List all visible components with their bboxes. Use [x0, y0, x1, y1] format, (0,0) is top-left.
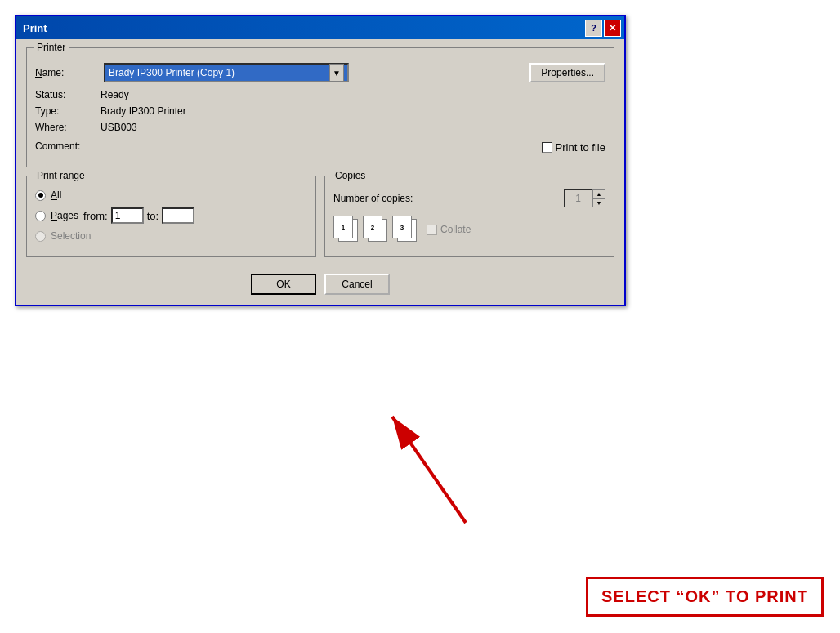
dialog-content: Printer Name: Brady IP300 Printer (Copy …	[16, 39, 624, 305]
collate-stack-1: 1 1	[333, 216, 360, 243]
copies-input[interactable]	[564, 189, 592, 207]
spinner-buttons: ▲ ▼	[592, 189, 605, 207]
close-button[interactable]: ✕	[604, 20, 621, 37]
print-range-label: Print range	[34, 170, 88, 181]
collate-section: 1 1 2 2 3 3	[333, 216, 605, 243]
status-value: Ready	[101, 89, 129, 100]
spinner-down-button[interactable]: ▼	[592, 198, 605, 207]
dialog-buttons: OK Cancel	[26, 274, 614, 295]
copies-row: Number of copies: ▲ ▼	[333, 189, 605, 207]
help-button[interactable]: ?	[585, 20, 602, 37]
print-to-file-label: Print to file	[556, 141, 605, 154]
print-to-file-checkbox[interactable]	[542, 142, 552, 153]
ok-button[interactable]: OK	[251, 274, 316, 295]
cancel-button[interactable]: Cancel	[324, 274, 390, 295]
dropdown-arrow-icon[interactable]: ▼	[329, 64, 344, 82]
print-dialog: Print ? ✕ Printer Name: Brady IP30	[15, 15, 626, 306]
spinner-up-button[interactable]: ▲	[592, 189, 605, 198]
arrow-annotation	[229, 351, 490, 539]
comment-label: Comment:	[35, 140, 101, 152]
name-left: Name: Brady IP300 Printer (Copy 1) ▼	[35, 63, 349, 82]
collate-checkbox-area: Collate	[427, 224, 471, 235]
status-row: Status: Ready	[35, 89, 605, 100]
collate-stack-2: 2 2	[363, 216, 389, 243]
to-input[interactable]	[162, 207, 194, 224]
where-label: Where:	[35, 122, 101, 133]
all-label: All	[51, 189, 61, 201]
type-value: Brady IP300 Printer	[101, 105, 186, 117]
type-row: Type: Brady IP300 Printer	[35, 105, 605, 117]
where-row: Where: USB003	[35, 122, 605, 133]
collate-icons: 1 1 2 2 3 3	[333, 216, 418, 243]
to-label: to:	[147, 210, 159, 222]
svg-line-1	[392, 417, 466, 523]
printer-group-label: Printer	[34, 42, 69, 53]
print-to-file-checkbox-area: Print to file	[542, 141, 605, 154]
all-radio-button[interactable]	[35, 190, 46, 201]
annotation-text: SELECT “OK” TO PRINT	[601, 587, 808, 605]
selection-label: Selection	[51, 230, 91, 242]
print-to-file-area: Print to file	[542, 141, 605, 154]
collate-checkbox[interactable]	[427, 225, 437, 235]
selection-radio-row: Selection	[35, 230, 307, 242]
pages-inputs: from: to:	[83, 207, 194, 224]
status-label: Status:	[35, 89, 101, 100]
all-radio-row: All	[35, 189, 307, 201]
dialog-title: Print	[23, 22, 47, 34]
name-label: Name:	[35, 67, 101, 78]
page-front-1: 1	[333, 216, 353, 238]
name-row: Name: Brady IP300 Printer (Copy 1) ▼ Pro…	[35, 63, 605, 82]
collate-stack-3: 3 3	[392, 216, 418, 243]
pages-radio-row: Pages from: to:	[35, 207, 307, 224]
title-bar-buttons: ? ✕	[585, 20, 621, 37]
pages-label: Pages	[51, 210, 78, 221]
page-front-2: 2	[363, 216, 382, 238]
annotation-box: SELECT “OK” TO PRINT	[586, 577, 824, 617]
print-range-group: Print range All Pages	[26, 176, 316, 257]
pages-radio-button[interactable]	[35, 211, 46, 221]
selection-radio-button[interactable]	[35, 231, 46, 242]
number-of-copies-label: Number of copies:	[333, 193, 559, 204]
printer-group: Printer Name: Brady IP300 Printer (Copy …	[26, 47, 614, 167]
from-input[interactable]	[111, 207, 144, 224]
where-value: USB003	[101, 122, 137, 133]
copies-group-label: Copies	[332, 170, 369, 181]
from-label: from:	[83, 210, 108, 222]
collate-label: Collate	[440, 224, 471, 235]
type-label: Type:	[35, 105, 101, 117]
title-bar: Print ? ✕	[16, 16, 624, 39]
printer-name: Brady IP300 Printer (Copy 1)	[109, 67, 235, 78]
copies-group: Copies Number of copies: ▲ ▼	[324, 176, 614, 257]
bottom-section: Print range All Pages	[26, 176, 614, 265]
copies-input-wrapper: ▲ ▼	[564, 189, 605, 207]
comment-row: Comment: Print to file	[35, 138, 605, 154]
page-front-3: 3	[392, 216, 412, 238]
properties-button[interactable]: Properties...	[529, 63, 605, 82]
screen: Print ? ✕ Printer Name: Brady IP30	[0, 0, 840, 633]
printer-select[interactable]: Brady IP300 Printer (Copy 1) ▼	[104, 63, 349, 82]
